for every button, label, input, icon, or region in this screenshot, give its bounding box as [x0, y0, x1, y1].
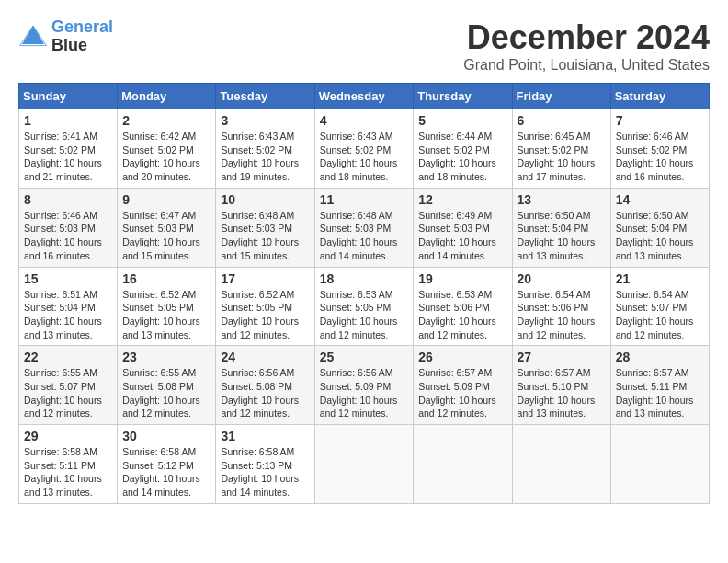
calendar-cell: 10Sunrise: 6:48 AM Sunset: 5:03 PM Dayli…: [216, 188, 314, 267]
day-number: 1: [24, 113, 112, 128]
day-info: Sunrise: 6:54 AM Sunset: 5:06 PM Dayligh…: [518, 288, 606, 342]
day-number: 24: [221, 350, 309, 364]
calendar-cell: 21Sunrise: 6:54 AM Sunset: 5:07 PM Dayli…: [610, 267, 709, 346]
calendar-cell: 12Sunrise: 6:49 AM Sunset: 5:03 PM Dayli…: [414, 188, 512, 267]
calendar-cell: 9Sunrise: 6:47 AM Sunset: 5:03 PM Daylig…: [118, 188, 216, 267]
day-number: 4: [320, 113, 409, 128]
day-number: 30: [122, 429, 210, 443]
day-number: 13: [518, 192, 606, 207]
calendar-cell: 16Sunrise: 6:52 AM Sunset: 5:05 PM Dayli…: [118, 267, 216, 346]
day-number: 12: [418, 192, 506, 207]
calendar-cell: 14Sunrise: 6:50 AM Sunset: 5:04 PM Dayli…: [610, 188, 709, 267]
day-info: Sunrise: 6:46 AM Sunset: 5:03 PM Dayligh…: [24, 209, 112, 263]
calendar-cell: 19Sunrise: 6:53 AM Sunset: 5:06 PM Dayli…: [414, 267, 512, 346]
day-info: Sunrise: 6:43 AM Sunset: 5:02 PM Dayligh…: [320, 130, 409, 184]
calendar-cell: [512, 425, 610, 504]
day-number: 31: [221, 429, 309, 443]
calendar-cell: 17Sunrise: 6:52 AM Sunset: 5:05 PM Dayli…: [216, 267, 314, 346]
calendar-cell: 30Sunrise: 6:58 AM Sunset: 5:12 PM Dayli…: [118, 425, 216, 504]
calendar-week-3: 15Sunrise: 6:51 AM Sunset: 5:04 PM Dayli…: [19, 267, 710, 346]
day-number: 6: [518, 113, 606, 128]
calendar-cell: 3Sunrise: 6:43 AM Sunset: 5:02 PM Daylig…: [216, 109, 314, 189]
calendar-cell: 15Sunrise: 6:51 AM Sunset: 5:04 PM Dayli…: [19, 267, 118, 346]
day-number: 8: [24, 192, 112, 207]
calendar-cell: 25Sunrise: 6:56 AM Sunset: 5:09 PM Dayli…: [314, 346, 414, 425]
logo: General Blue: [18, 18, 113, 55]
day-info: Sunrise: 6:52 AM Sunset: 5:05 PM Dayligh…: [122, 288, 210, 342]
day-info: Sunrise: 6:48 AM Sunset: 5:03 PM Dayligh…: [320, 209, 409, 263]
day-info: Sunrise: 6:55 AM Sunset: 5:07 PM Dayligh…: [24, 366, 112, 420]
day-info: Sunrise: 6:57 AM Sunset: 5:10 PM Dayligh…: [518, 366, 606, 420]
calendar-cell: 5Sunrise: 6:44 AM Sunset: 5:02 PM Daylig…: [414, 109, 512, 189]
calendar-week-4: 22Sunrise: 6:55 AM Sunset: 5:07 PM Dayli…: [19, 346, 710, 425]
day-info: Sunrise: 6:44 AM Sunset: 5:02 PM Dayligh…: [418, 130, 506, 184]
day-info: Sunrise: 6:46 AM Sunset: 5:02 PM Dayligh…: [616, 130, 704, 184]
day-info: Sunrise: 6:57 AM Sunset: 5:09 PM Dayligh…: [418, 366, 506, 420]
calendar-cell: 20Sunrise: 6:54 AM Sunset: 5:06 PM Dayli…: [512, 267, 610, 346]
day-info: Sunrise: 6:42 AM Sunset: 5:02 PM Dayligh…: [122, 130, 210, 184]
calendar-cell: 26Sunrise: 6:57 AM Sunset: 5:09 PM Dayli…: [414, 346, 512, 425]
calendar-cell: [314, 425, 414, 504]
calendar-cell: 11Sunrise: 6:48 AM Sunset: 5:03 PM Dayli…: [314, 188, 414, 267]
day-info: Sunrise: 6:43 AM Sunset: 5:02 PM Dayligh…: [221, 130, 309, 184]
day-info: Sunrise: 6:50 AM Sunset: 5:04 PM Dayligh…: [518, 209, 606, 263]
month-title: December 2024: [463, 18, 710, 57]
calendar-week-2: 8Sunrise: 6:46 AM Sunset: 5:03 PM Daylig…: [19, 188, 710, 267]
calendar-cell: 6Sunrise: 6:45 AM Sunset: 5:02 PM Daylig…: [512, 109, 610, 189]
svg-marker-0: [22, 26, 44, 44]
day-info: Sunrise: 6:47 AM Sunset: 5:03 PM Dayligh…: [122, 209, 210, 263]
calendar-cell: 23Sunrise: 6:55 AM Sunset: 5:08 PM Dayli…: [118, 346, 216, 425]
calendar-week-1: 1Sunrise: 6:41 AM Sunset: 5:02 PM Daylig…: [19, 109, 710, 189]
calendar-cell: 8Sunrise: 6:46 AM Sunset: 5:03 PM Daylig…: [19, 188, 118, 267]
day-info: Sunrise: 6:50 AM Sunset: 5:04 PM Dayligh…: [616, 209, 704, 263]
day-number: 18: [320, 271, 409, 286]
day-number: 7: [616, 113, 704, 128]
day-info: Sunrise: 6:58 AM Sunset: 5:13 PM Dayligh…: [221, 445, 309, 500]
header-thursday: Thursday: [414, 84, 512, 109]
day-number: 17: [221, 271, 309, 286]
header-tuesday: Tuesday: [216, 84, 314, 109]
day-number: 25: [320, 350, 409, 364]
title-area: December 2024 Grand Point, Louisiana, Un…: [463, 18, 710, 74]
location-title: Grand Point, Louisiana, United States: [463, 57, 710, 74]
calendar-week-5: 29Sunrise: 6:58 AM Sunset: 5:11 PM Dayli…: [19, 425, 710, 504]
day-info: Sunrise: 6:49 AM Sunset: 5:03 PM Dayligh…: [418, 209, 506, 263]
calendar-cell: [610, 425, 709, 504]
day-info: Sunrise: 6:57 AM Sunset: 5:11 PM Dayligh…: [616, 366, 704, 420]
logo-icon: [18, 22, 48, 52]
day-number: 11: [320, 192, 409, 207]
logo-text: General Blue: [51, 18, 113, 55]
day-info: Sunrise: 6:41 AM Sunset: 5:02 PM Dayligh…: [24, 130, 112, 184]
calendar-cell: 4Sunrise: 6:43 AM Sunset: 5:02 PM Daylig…: [314, 109, 414, 189]
day-number: 27: [518, 350, 606, 364]
page-header: General Blue December 2024 Grand Point, …: [18, 18, 710, 74]
day-number: 9: [122, 192, 210, 207]
day-number: 19: [418, 271, 506, 286]
day-number: 16: [122, 271, 210, 286]
day-number: 23: [122, 350, 210, 364]
calendar-body: 1Sunrise: 6:41 AM Sunset: 5:02 PM Daylig…: [19, 109, 710, 504]
calendar-cell: 22Sunrise: 6:55 AM Sunset: 5:07 PM Dayli…: [19, 346, 118, 425]
calendar-cell: 2Sunrise: 6:42 AM Sunset: 5:02 PM Daylig…: [118, 109, 216, 189]
day-number: 28: [616, 350, 704, 364]
calendar-cell: 1Sunrise: 6:41 AM Sunset: 5:02 PM Daylig…: [19, 109, 118, 189]
day-info: Sunrise: 6:56 AM Sunset: 5:08 PM Dayligh…: [221, 366, 309, 420]
day-info: Sunrise: 6:52 AM Sunset: 5:05 PM Dayligh…: [221, 288, 309, 342]
day-info: Sunrise: 6:51 AM Sunset: 5:04 PM Dayligh…: [24, 288, 112, 342]
calendar-cell: [414, 425, 512, 504]
header-monday: Monday: [118, 84, 216, 109]
day-info: Sunrise: 6:56 AM Sunset: 5:09 PM Dayligh…: [320, 366, 409, 420]
day-number: 10: [221, 192, 309, 207]
header-saturday: Saturday: [610, 84, 709, 109]
calendar-cell: 24Sunrise: 6:56 AM Sunset: 5:08 PM Dayli…: [216, 346, 314, 425]
calendar-cell: 27Sunrise: 6:57 AM Sunset: 5:10 PM Dayli…: [512, 346, 610, 425]
day-number: 2: [122, 113, 210, 128]
header-friday: Friday: [512, 84, 610, 109]
day-number: 26: [418, 350, 506, 364]
day-info: Sunrise: 6:55 AM Sunset: 5:08 PM Dayligh…: [122, 366, 210, 420]
calendar-cell: 13Sunrise: 6:50 AM Sunset: 5:04 PM Dayli…: [512, 188, 610, 267]
day-number: 21: [616, 271, 704, 286]
day-number: 20: [518, 271, 606, 286]
calendar-header-row: SundayMondayTuesdayWednesdayThursdayFrid…: [19, 84, 710, 109]
calendar-cell: 29Sunrise: 6:58 AM Sunset: 5:11 PM Dayli…: [19, 425, 118, 504]
